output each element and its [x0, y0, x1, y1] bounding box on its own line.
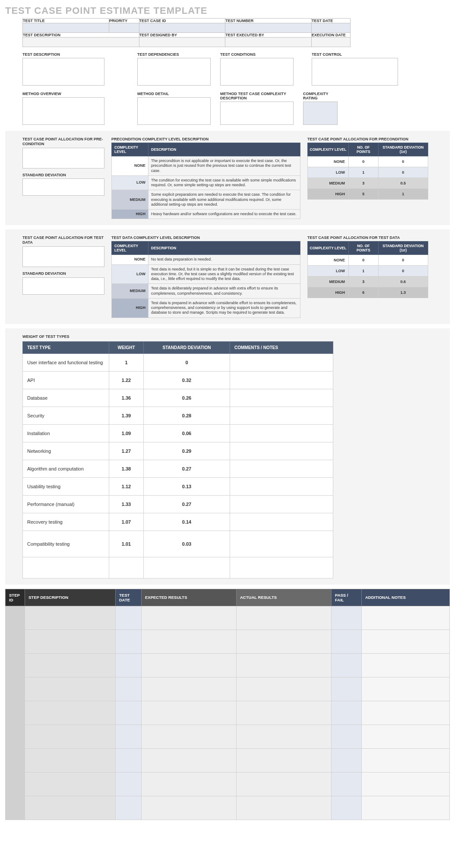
cell[interactable] [116, 606, 142, 630]
cell[interactable] [6, 701, 25, 725]
cell[interactable] [332, 748, 362, 772]
cell[interactable] [362, 772, 450, 796]
input-priority[interactable] [109, 23, 139, 33]
cell[interactable] [116, 748, 142, 772]
cell[interactable] [332, 796, 362, 820]
cell-comments[interactable] [230, 407, 333, 424]
input-precond-alloc[interactable] [22, 148, 104, 169]
cell[interactable] [362, 701, 450, 725]
cell[interactable] [6, 725, 25, 748]
cell[interactable] [237, 796, 332, 820]
input-testdata-alloc[interactable] [22, 246, 104, 267]
cell[interactable] [332, 630, 362, 653]
cell[interactable] [362, 725, 450, 748]
cell[interactable] [25, 725, 116, 748]
cell[interactable] [116, 772, 142, 796]
label-test-control: TEST CONTROL [312, 52, 398, 57]
input-test-designed-by[interactable] [139, 38, 225, 47]
cell-comments[interactable] [230, 442, 333, 460]
cell[interactable] [116, 701, 142, 725]
cell[interactable] [25, 630, 116, 653]
cell-comments[interactable] [230, 531, 333, 557]
free-row-2: METHOD OVERVIEW METHOD DETAIL METHOD TES… [22, 92, 450, 125]
cell[interactable] [116, 677, 142, 701]
cell[interactable] [362, 630, 450, 653]
cell[interactable] [237, 748, 332, 772]
cell-comments[interactable] [230, 513, 333, 531]
cell[interactable] [142, 772, 237, 796]
input-test-conditions[interactable] [220, 58, 294, 86]
cell[interactable] [332, 701, 362, 725]
cell-comments[interactable] [230, 353, 333, 371]
cell[interactable] [362, 653, 450, 677]
cell[interactable] [237, 630, 332, 653]
cell[interactable] [6, 630, 25, 653]
cell[interactable] [6, 653, 25, 677]
cell[interactable] [25, 677, 116, 701]
input-execution-date[interactable] [312, 38, 351, 47]
cell[interactable] [332, 677, 362, 701]
cell-stddev: 0.5 [378, 178, 428, 189]
cell[interactable] [25, 653, 116, 677]
cell[interactable] [116, 630, 142, 653]
cell[interactable] [362, 606, 450, 630]
input-test-title[interactable] [23, 23, 109, 33]
cell[interactable] [237, 653, 332, 677]
input-test-description[interactable] [23, 38, 139, 47]
input-test-number[interactable] [225, 23, 312, 33]
cell[interactable] [142, 748, 237, 772]
cell[interactable] [362, 677, 450, 701]
cell[interactable] [6, 772, 25, 796]
input-test-control[interactable] [312, 58, 398, 86]
cell-comments[interactable] [230, 424, 333, 442]
cell[interactable] [332, 606, 362, 630]
cell[interactable] [142, 606, 237, 630]
cell[interactable] [142, 701, 237, 725]
input-method-detail[interactable] [137, 97, 211, 125]
cell-comments[interactable] [230, 557, 333, 578]
cell[interactable] [237, 772, 332, 796]
cell[interactable] [25, 701, 116, 725]
cell[interactable] [362, 748, 450, 772]
cell[interactable] [237, 701, 332, 725]
cell[interactable] [362, 796, 450, 820]
cell[interactable] [116, 653, 142, 677]
cell[interactable] [25, 796, 116, 820]
input-method-overview[interactable] [22, 97, 104, 125]
cell[interactable] [6, 606, 25, 630]
input-complexity-rating[interactable] [303, 102, 338, 125]
input-test-case-id[interactable] [139, 23, 225, 33]
cell[interactable] [237, 725, 332, 748]
cell[interactable] [237, 606, 332, 630]
cell[interactable] [142, 630, 237, 653]
cell[interactable] [332, 725, 362, 748]
cell-comments[interactable] [230, 495, 333, 513]
input-free-test-description[interactable] [22, 58, 104, 86]
cell-comments[interactable] [230, 477, 333, 495]
cell[interactable] [237, 677, 332, 701]
cell[interactable] [142, 677, 237, 701]
input-test-executed-by[interactable] [225, 38, 312, 47]
cell[interactable] [142, 796, 237, 820]
cell[interactable] [116, 725, 142, 748]
input-testdata-stddev[interactable] [22, 277, 104, 295]
cell[interactable] [6, 748, 25, 772]
cell[interactable] [25, 748, 116, 772]
input-test-date[interactable] [312, 23, 351, 33]
cell[interactable] [6, 677, 25, 701]
cell-comments[interactable] [230, 389, 333, 407]
cell[interactable] [25, 772, 116, 796]
input-precond-stddev[interactable] [22, 178, 104, 196]
cell-comments[interactable] [230, 460, 333, 477]
cell-comments[interactable] [230, 371, 333, 389]
table-row: User interface and functional testing10 [23, 353, 333, 371]
input-method-complexity-desc[interactable] [220, 102, 294, 125]
cell[interactable] [142, 653, 237, 677]
cell[interactable] [25, 606, 116, 630]
cell[interactable] [332, 772, 362, 796]
cell[interactable] [142, 725, 237, 748]
cell[interactable] [116, 796, 142, 820]
cell[interactable] [332, 653, 362, 677]
cell[interactable] [6, 796, 25, 820]
input-test-dependencies[interactable] [137, 58, 211, 86]
